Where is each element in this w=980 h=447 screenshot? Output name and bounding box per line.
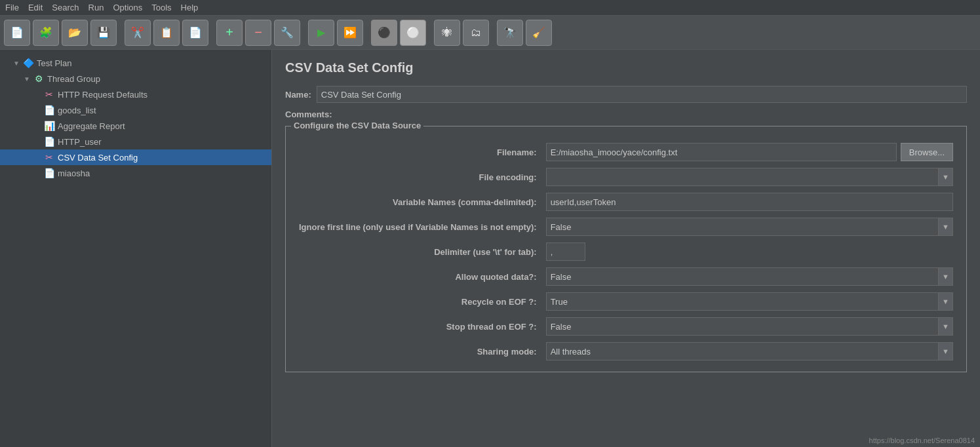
- tree-item-goods-list[interactable]: ▶ 📄 goods_list: [0, 102, 271, 118]
- tree-label-csv-config: CSV Data Set Config: [58, 153, 138, 163]
- recycle-eof-row: Recycle on EOF ?: True False ▼: [296, 289, 956, 314]
- shutdown-button[interactable]: ⚪: [400, 20, 426, 46]
- reset-button[interactable]: 🧹: [526, 20, 552, 46]
- ignore-first-line-select[interactable]: False True: [547, 218, 938, 235]
- clear-button[interactable]: 🔧: [274, 20, 300, 46]
- csv-data-source-group: Configure the CSV Data Source Filename: …: [285, 126, 967, 372]
- sharing-mode-row: Sharing mode: All threads Current thread…: [296, 339, 956, 364]
- variable-names-value-cell: [543, 189, 956, 214]
- tree-item-http-defaults[interactable]: ▶ ✂ HTTP Request Defaults: [0, 87, 271, 102]
- variable-names-row: Variable Names (comma-delimited):: [296, 189, 956, 214]
- recycle-eof-select[interactable]: True False: [547, 293, 938, 310]
- filename-value-cell: Browse...: [543, 140, 956, 165]
- filename-input[interactable]: [546, 143, 897, 161]
- menu-search[interactable]: Search: [52, 3, 79, 12]
- tree-item-test-plan[interactable]: ▼ 🔷 Test Plan: [0, 55, 271, 71]
- delimiter-label: Delimiter (use '\t' for tab):: [296, 239, 543, 264]
- ignore-first-line-label: Ignore first line (only used if Variable…: [296, 214, 543, 239]
- csv-config-icon: ✂: [43, 151, 55, 163]
- allow-quoted-dropdown[interactable]: False True ▼: [546, 267, 953, 286]
- goods-list-icon: 📄: [43, 104, 55, 116]
- name-input[interactable]: [317, 86, 967, 103]
- templates-button[interactable]: 🧩: [33, 20, 59, 46]
- stop-thread-arrow: ▼: [938, 318, 952, 335]
- sharing-mode-dropdown[interactable]: All threads Current thread group Current…: [546, 342, 953, 360]
- file-encoding-label: File encoding:: [296, 165, 543, 189]
- save-button[interactable]: 💾: [90, 20, 117, 46]
- remote-stop-button[interactable]: 🗂: [463, 20, 489, 46]
- filename-row: Filename: Browse...: [296, 140, 956, 165]
- copy-button[interactable]: 📋: [153, 20, 180, 46]
- http-user-icon: 📄: [43, 136, 55, 147]
- paste-button[interactable]: 📄: [182, 20, 208, 46]
- stop-thread-dropdown[interactable]: False True ▼: [546, 317, 953, 336]
- panel-title: CSV Data Set Config: [285, 60, 967, 75]
- stop-button[interactable]: ⚫: [371, 20, 397, 46]
- menu-edit[interactable]: Edit: [28, 3, 43, 12]
- delimiter-input[interactable]: [546, 243, 585, 261]
- expander-thread-group: ▼: [24, 75, 31, 83]
- remove-button[interactable]: −: [245, 20, 271, 46]
- test-plan-icon: 🔷: [22, 57, 34, 69]
- filename-field-row: Browse...: [546, 143, 953, 161]
- tree-item-aggregate-report[interactable]: ▶ 📊 Aggregate Report: [0, 118, 271, 134]
- menu-options[interactable]: Options: [113, 3, 142, 12]
- run-with-threads-button[interactable]: ⏩: [337, 20, 363, 46]
- sharing-mode-arrow: ▼: [938, 343, 952, 360]
- new-button[interactable]: 📄: [4, 20, 30, 46]
- sharing-mode-label: Sharing mode:: [296, 339, 543, 364]
- allow-quoted-select[interactable]: False True: [547, 268, 938, 285]
- menu-file[interactable]: File: [5, 3, 19, 12]
- remote-start-button[interactable]: 🕷: [434, 20, 460, 46]
- ignore-first-line-value-cell: False True ▼: [543, 214, 956, 239]
- add-button[interactable]: +: [216, 20, 243, 46]
- thread-group-icon: ⚙: [33, 73, 45, 85]
- sharing-mode-value-cell: All threads Current thread group Current…: [543, 339, 956, 364]
- content-panel: CSV Data Set Config Name: Comments: Conf…: [272, 50, 980, 447]
- cut-button[interactable]: ✂️: [125, 20, 151, 46]
- file-encoding-dropdown[interactable]: UTF-8 ISO-8859-1 ▼: [546, 168, 953, 186]
- stop-thread-select[interactable]: False True: [547, 318, 938, 335]
- menu-run[interactable]: Run: [88, 3, 104, 12]
- recycle-eof-arrow: ▼: [938, 293, 952, 310]
- tree-label-goods-list: goods_list: [58, 106, 96, 115]
- ignore-first-line-dropdown[interactable]: False True ▼: [546, 218, 953, 236]
- sharing-mode-select[interactable]: All threads Current thread group Current…: [547, 343, 938, 360]
- stop-thread-value-cell: False True ▼: [543, 314, 956, 339]
- search-button[interactable]: 🔭: [497, 20, 523, 46]
- recycle-eof-dropdown[interactable]: True False ▼: [546, 292, 953, 311]
- file-encoding-select[interactable]: UTF-8 ISO-8859-1: [547, 168, 938, 185]
- delimiter-row: Delimiter (use '\t' for tab):: [296, 239, 956, 264]
- recycle-eof-value-cell: True False ▼: [543, 289, 956, 314]
- tree-label-http-user: HTTP_user: [58, 137, 101, 147]
- file-encoding-row: File encoding: UTF-8 ISO-8859-1 ▼: [296, 165, 956, 189]
- watermark: https://blog.csdn.net/Serena0814: [869, 437, 975, 444]
- allow-quoted-value-cell: False True ▼: [543, 264, 956, 289]
- run-button[interactable]: ▶: [308, 20, 334, 46]
- stop-thread-label: Stop thread on EOF ?:: [296, 314, 543, 339]
- tree-label-aggregate-report: Aggregate Report: [58, 121, 125, 131]
- menu-tools[interactable]: Tools: [151, 3, 171, 12]
- tree-item-csv-config[interactable]: ▶ ✂ CSV Data Set Config: [0, 149, 271, 165]
- name-label: Name:: [285, 90, 311, 100]
- comments-label: Comments:: [285, 109, 967, 119]
- menu-help[interactable]: Help: [181, 3, 199, 12]
- browse-button[interactable]: Browse...: [901, 143, 953, 161]
- allow-quoted-row: Allow quoted data?: False True ▼: [296, 264, 956, 289]
- aggregate-report-icon: 📊: [43, 120, 55, 132]
- allow-quoted-arrow: ▼: [938, 268, 952, 285]
- filename-label: Filename:: [296, 140, 543, 165]
- tree-label-test-plan: Test Plan: [37, 58, 71, 68]
- tree-item-http-user[interactable]: ▶ 📄 HTTP_user: [0, 134, 271, 149]
- tree-label-miaosha: miaosha: [58, 168, 90, 178]
- ignore-first-line-row: Ignore first line (only used if Variable…: [296, 214, 956, 239]
- tree-item-miaosha[interactable]: ▶ 📄 miaosha: [0, 165, 271, 181]
- expander-test-plan: ▼: [13, 60, 21, 67]
- tree-item-thread-group[interactable]: ▼ ⚙ Thread Group: [0, 71, 271, 87]
- menubar: File Edit Search Run Options Tools Help: [0, 0, 980, 16]
- name-row: Name:: [285, 86, 967, 103]
- variable-names-input[interactable]: [546, 193, 953, 211]
- open-button[interactable]: 📂: [62, 20, 88, 46]
- delimiter-value-cell: [543, 239, 956, 264]
- ignore-first-line-arrow: ▼: [938, 218, 952, 235]
